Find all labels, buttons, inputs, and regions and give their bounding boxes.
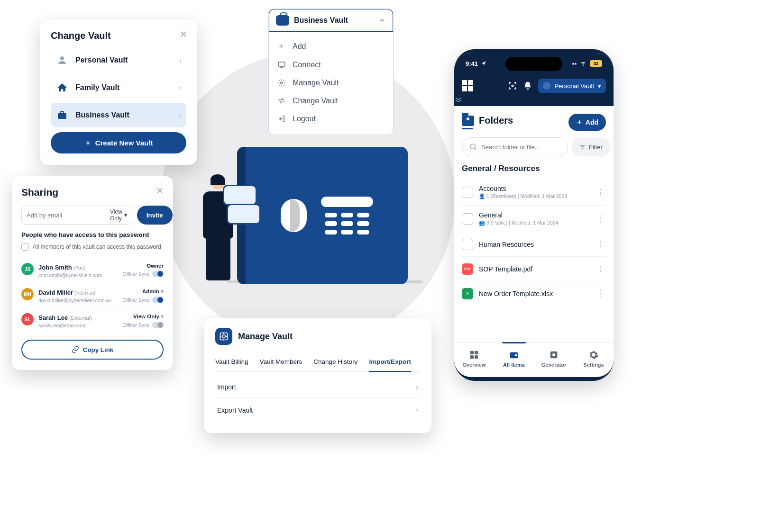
folder-icon [462, 213, 473, 225]
list-item[interactable]: General 👥 3 (Public) | Modified: 1 Mar 2… [462, 206, 606, 232]
chevron-right-icon: › [416, 383, 418, 391]
search-input[interactable] [481, 144, 561, 151]
item-more-button[interactable]: ⋮ [595, 287, 606, 300]
avatar: SL [21, 313, 34, 325]
briefcase-icon [55, 108, 69, 122]
chevron-up-icon [378, 17, 386, 24]
vault-item-label: Business Vault [75, 111, 173, 119]
nav-all-items[interactable]: All Items [494, 343, 534, 374]
item-name: General [479, 211, 558, 219]
svg-point-6 [512, 85, 513, 86]
svg-rect-1 [58, 113, 66, 119]
nav-settings[interactable]: Settings [574, 343, 614, 374]
battery-badge: 32 [590, 60, 602, 67]
user-role: Owner [123, 263, 164, 269]
safe-keypad-icon [321, 197, 373, 234]
close-icon[interactable] [155, 186, 165, 195]
vault-item-personal[interactable]: Personal Vault › [51, 48, 186, 72]
menu-item-change-vault[interactable]: Change Vault [273, 92, 389, 110]
vault-item-label: Family Vault [75, 83, 173, 92]
header-expand-button[interactable] [454, 95, 614, 106]
tab-vault-members[interactable]: Vault Members [260, 354, 302, 371]
item-more-button[interactable]: ⋮ [595, 238, 606, 251]
search-input-wrapper[interactable] [462, 137, 568, 156]
menu-item-logout[interactable]: Logout [273, 110, 389, 128]
all-members-checkbox-row[interactable]: All members of this vault can access thi… [21, 243, 164, 251]
vault-item-business[interactable]: Business Vault › [51, 103, 186, 127]
list-item[interactable]: PDF SOP Template.pdf ⋮ [462, 257, 606, 281]
link-icon [72, 346, 79, 353]
vault-selector-pill[interactable]: Personal Vault ▾ [538, 79, 606, 93]
tab-import-export[interactable]: Import/Export [369, 354, 411, 372]
pdf-file-icon: PDF [462, 263, 473, 275]
user-name: John Smith [38, 264, 72, 271]
search-icon [469, 143, 477, 151]
user-role[interactable]: Admin ▾ [123, 288, 164, 295]
filter-button[interactable]: Filter [572, 137, 610, 156]
user-tag: (External) [69, 315, 92, 321]
nav-overview[interactable]: Overview [454, 343, 494, 374]
list-item[interactable]: Accounts 👤 1 (Restricted) | Modified: 1 … [462, 179, 606, 205]
monitor-icon [277, 61, 287, 69]
email-field[interactable] [27, 212, 106, 219]
mobile-device: 9:41 ▪▪ 32 [454, 49, 614, 381]
copy-link-button[interactable]: Copy Link [21, 340, 164, 360]
change-vault-panel: Change Vault Personal Vault › Family Vau… [40, 20, 197, 165]
logout-icon [277, 115, 287, 123]
menu-item-connect[interactable]: Connect [273, 56, 389, 74]
tab-vault-billing[interactable]: Vault Billing [215, 354, 248, 371]
item-more-button[interactable]: ⋮ [595, 186, 606, 198]
user-role[interactable]: View Only ▾ [123, 313, 164, 320]
svg-rect-8 [470, 351, 474, 354]
row-label: Export Vault [217, 406, 253, 414]
tab-change-history[interactable]: Change History [313, 354, 357, 371]
wallet-icon [509, 350, 519, 360]
svg-rect-15 [552, 353, 555, 356]
manage-row-export[interactable]: Export Vault › [215, 399, 420, 422]
create-vault-button[interactable]: ＋ Create New Vault [51, 132, 186, 153]
menu-item-label: Logout [293, 115, 316, 123]
menu-item-add[interactable]: ＋ Add [273, 36, 389, 56]
list-item[interactable]: X New Order Template.xlsx ⋮ [462, 281, 606, 306]
menu-item-label: Connect [293, 61, 321, 69]
safe-illustration [237, 147, 408, 284]
vault-item-family[interactable]: Family Vault › [51, 75, 186, 100]
sync-toggle[interactable] [152, 322, 164, 328]
item-more-button[interactable]: ⋮ [595, 212, 606, 225]
svg-rect-9 [475, 351, 478, 354]
manage-vault-panel: Manage Vault Vault Billing Vault Members… [204, 318, 431, 433]
vault-dropdown-header[interactable]: Business Vault [268, 9, 394, 32]
plus-icon: ＋ [84, 138, 92, 147]
sync-toggle[interactable] [152, 297, 164, 303]
sync-label: Offline Sync [123, 297, 149, 303]
nav-label: Settings [583, 362, 604, 368]
button-label: Add [586, 118, 598, 126]
checkbox[interactable] [21, 243, 29, 251]
list-item[interactable]: Human Resources ⋮ [462, 232, 606, 256]
add-button[interactable]: ＋ Add [568, 114, 606, 131]
role-selector[interactable]: View Only ▾ [110, 208, 127, 222]
manage-row-import[interactable]: Import › [215, 376, 420, 399]
gear-icon [588, 350, 599, 360]
user-row: JS John Smith(You) john.smith@kybershiel… [21, 258, 164, 283]
bell-icon[interactable] [523, 81, 533, 90]
app-header: Personal Vault ▾ [454, 74, 614, 95]
status-time: 9:41 [466, 60, 478, 67]
item-more-button[interactable]: ⋮ [595, 262, 606, 275]
grid-icon [469, 350, 479, 360]
email-input-wrapper[interactable]: View Only ▾ [21, 206, 132, 225]
invite-button[interactable]: Invite [137, 206, 173, 225]
close-icon[interactable] [179, 29, 188, 39]
row-label: Import [217, 383, 236, 391]
menu-item-manage[interactable]: Manage Vault [273, 74, 389, 92]
vault-icon [215, 328, 232, 345]
change-vault-title: Change Vault [51, 30, 186, 41]
nav-label: Overview [463, 362, 486, 368]
sync-toggle[interactable] [152, 271, 164, 277]
user-circle-icon [55, 54, 69, 67]
scan-icon[interactable] [508, 81, 518, 90]
avatar: JS [21, 263, 34, 275]
user-email: david.miller@kybershield.com.au [38, 298, 111, 303]
nav-generator[interactable]: Generator [534, 343, 574, 374]
item-meta: 👤 1 (Restricted) | Modified: 1 Mar 2024 [479, 193, 567, 199]
